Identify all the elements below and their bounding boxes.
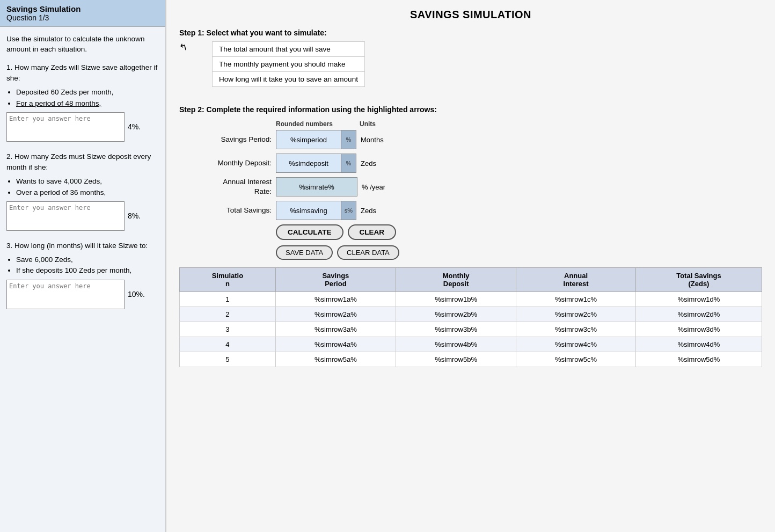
q2-pct: 8%.: [128, 212, 141, 220]
row5-deposit: %simrow5b%: [396, 352, 516, 367]
monthly-deposit-pct: %: [341, 154, 356, 172]
sim-form: Rounded numbers Units Savings Period: % …: [190, 120, 762, 260]
q1-answer-row: 4%.: [6, 112, 159, 142]
question-block-2: 2. How many Zeds must Sizwe deposit ever…: [6, 151, 159, 231]
step1-option-2[interactable]: The monthly payment you should make: [213, 57, 364, 72]
row3-period: %simrow3a%: [275, 322, 396, 337]
col-simulation: Simulation: [180, 268, 276, 292]
left-content: Use the simulator to calculate the unkno…: [0, 27, 165, 326]
q1-answer-input[interactable]: [6, 112, 125, 142]
btn-row-2: SAVE DATA CLEAR DATA: [276, 245, 762, 260]
table-row: 4 %simrow4a% %simrow4b% %simrow4c% %simr…: [180, 337, 762, 352]
row1-deposit: %simrow1b%: [396, 292, 516, 307]
step1-option-1[interactable]: The total amount that you will save: [213, 42, 364, 57]
monthly-deposit-input[interactable]: [276, 158, 341, 169]
q3-answer-input[interactable]: [6, 280, 125, 309]
q2-bullet-2: Over a period of 36 months,: [16, 187, 159, 198]
row5-savings: %simrow5d%: [635, 352, 762, 367]
row3-interest: %simrow3c%: [516, 322, 636, 337]
col-monthly-deposit: MonthlyDeposit: [396, 268, 516, 292]
q2-answer-input[interactable]: [6, 201, 125, 231]
annual-interest-unit: % /year: [362, 183, 385, 191]
row3-savings: %simrow3d%: [635, 322, 762, 337]
q1-pct: 4%.: [128, 122, 141, 131]
annual-interest-input-wrap: [276, 177, 357, 196]
save-data-button[interactable]: SAVE DATA: [276, 245, 333, 260]
q2-bullets: Wants to save 4,000 Zeds, Over a period …: [16, 176, 159, 198]
left-header: Savings Simulation Question 1/3: [0, 0, 165, 27]
clear-button[interactable]: CLEAR: [348, 224, 397, 240]
intro-text: Use the simulator to calculate the unkno…: [6, 34, 159, 55]
row5-interest: %simrow5c%: [516, 352, 636, 367]
col-annual-interest: AnnualInterest: [516, 268, 636, 292]
q2-bullet-1: Wants to save 4,000 Zeds,: [16, 176, 159, 187]
q2-answer-row: 8%.: [6, 201, 159, 231]
row4-sim: 4: [180, 337, 276, 352]
row4-deposit: %simrow4b%: [396, 337, 516, 352]
savings-period-input-wrap: %: [276, 130, 356, 149]
row4-period: %simrow4a%: [275, 337, 396, 352]
table-row: 5 %simrow5a% %simrow5b% %simrow5c% %simr…: [180, 352, 762, 367]
header-units: Units: [360, 120, 376, 128]
total-savings-input-wrap: s%: [276, 201, 356, 220]
table-header: Simulation SavingsPeriod MonthlyDeposit …: [180, 268, 762, 292]
savings-period-label: Savings Period:: [190, 135, 276, 144]
monthly-deposit-unit: Zeds: [361, 159, 376, 167]
step1-option-3[interactable]: How long will it take you to save an amo…: [213, 72, 364, 86]
row2-sim: 2: [180, 307, 276, 322]
total-savings-unit: Zeds: [361, 207, 376, 215]
q2-text: 2. How many Zeds must Sizwe deposit ever…: [6, 151, 159, 173]
table-header-row: Simulation SavingsPeriod MonthlyDeposit …: [180, 268, 762, 292]
left-panel: Savings Simulation Question 1/3 Use the …: [0, 0, 166, 532]
cursor-icon: ↰: [178, 40, 188, 54]
q3-bullet-2: If she deposits 100 Zeds per month,: [16, 265, 159, 276]
row2-savings: %simrow2d%: [635, 307, 762, 322]
table-row: 3 %simrow3a% %simrow3b% %simrow3c% %simr…: [180, 322, 762, 337]
q3-pct: 10%.: [128, 290, 145, 298]
row5-sim: 5: [180, 352, 276, 367]
question-block-3: 3. How long (in months) will it take Siz…: [6, 241, 159, 309]
question-block-1: 1. How many Zeds will Sizwe save altoget…: [6, 62, 159, 142]
clear-data-button[interactable]: CLEAR DATA: [337, 245, 399, 260]
total-savings-pct: s%: [341, 201, 356, 220]
savings-period-unit: Months: [361, 136, 384, 144]
btn-row-1: CALCULATE CLEAR: [276, 224, 762, 240]
calculate-button[interactable]: CALCULATE: [276, 224, 343, 240]
left-header-title: Savings Simulation: [6, 4, 159, 13]
col-savings-period: SavingsPeriod: [275, 268, 396, 292]
table-row: 2 %simrow2a% %simrow2b% %simrow2c% %simr…: [180, 307, 762, 322]
step1-options: The total amount that you will save The …: [212, 41, 365, 87]
monthly-deposit-row: Monthly Deposit: % Zeds: [190, 154, 762, 173]
savings-period-input[interactable]: [276, 135, 341, 145]
annual-interest-label: Annual InterestRate:: [190, 177, 276, 196]
header-rounded: Rounded numbers: [276, 120, 333, 128]
annual-interest-input[interactable]: [276, 182, 357, 192]
row1-savings: %simrow1d%: [635, 292, 762, 307]
q3-text: 3. How long (in months) will it take Siz…: [6, 241, 159, 251]
row5-period: %simrow5a%: [275, 352, 396, 367]
q3-bullets: Save 6,000 Zeds, If she deposits 100 Zed…: [16, 254, 159, 276]
simulation-table: Simulation SavingsPeriod MonthlyDeposit …: [179, 267, 762, 367]
row2-interest: %simrow2c%: [516, 307, 636, 322]
total-savings-label: Total Savings:: [190, 206, 276, 215]
sim-title: SAVINGS SIMULATION: [179, 9, 762, 21]
total-savings-row: Total Savings: s% Zeds: [190, 201, 762, 220]
left-header-subtitle: Question 1/3: [6, 13, 159, 22]
row4-interest: %simrow4c%: [516, 337, 636, 352]
total-savings-input[interactable]: [276, 206, 341, 216]
form-header: Rounded numbers Units: [276, 120, 762, 128]
savings-period-row: Savings Period: % Months: [190, 130, 762, 149]
savings-period-pct: %: [341, 130, 356, 149]
step1-label: Step 1: Select what you want to simulate…: [179, 28, 762, 37]
monthly-deposit-label: Monthly Deposit:: [190, 158, 276, 168]
row1-period: %simrow1a%: [275, 292, 396, 307]
q1-bullet-1: Deposited 60 Zeds per month,: [16, 87, 159, 98]
table-row: 1 %simrow1a% %simrow1b% %simrow1c% %simr…: [180, 292, 762, 307]
q1-text: 1. How many Zeds will Sizwe save altoget…: [6, 62, 159, 84]
row1-sim: 1: [180, 292, 276, 307]
q1-bullet-2: For a period of 48 months,: [16, 98, 159, 109]
row2-period: %simrow2a%: [275, 307, 396, 322]
row3-deposit: %simrow3b%: [396, 322, 516, 337]
row4-savings: %simrow4d%: [635, 337, 762, 352]
table-body: 1 %simrow1a% %simrow1b% %simrow1c% %simr…: [180, 292, 762, 367]
